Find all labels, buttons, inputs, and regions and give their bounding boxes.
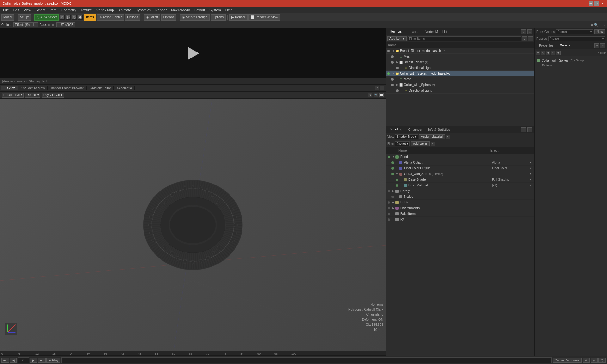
- shader-tree-item[interactable]: ▶ Environments: [386, 205, 534, 211]
- menu-dynamics[interactable]: Dynamics: [134, 8, 153, 13]
- add-layer-button[interactable]: Add Layer: [411, 141, 430, 146]
- minimize-btn[interactable]: —: [589, 1, 593, 6]
- shader-tree-item[interactable]: Bake Items: [386, 211, 534, 217]
- menu-render[interactable]: Render: [153, 8, 169, 13]
- tab-schematic[interactable]: Schematic: [114, 86, 135, 90]
- shader-tree-item[interactable]: ▶ Lights: [386, 200, 534, 205]
- visibility-toggle[interactable]: [391, 55, 395, 58]
- expand-arrow[interactable]: ▼: [392, 72, 395, 75]
- list-item[interactable]: ☀ Directional Light: [386, 88, 534, 94]
- tab-shading[interactable]: Shading: [388, 127, 405, 132]
- visibility-dot[interactable]: [390, 172, 395, 176]
- view-zoom-icon[interactable]: 🔍: [374, 93, 378, 97]
- timeline-icon-3[interactable]: ⬡: [598, 358, 606, 363]
- list-item[interactable]: ▶ ⬜ Collar_with_Spikes (2): [386, 82, 534, 88]
- model-button[interactable]: Model: [1, 14, 14, 21]
- list-item[interactable]: ⬡ Mesh: [386, 76, 534, 82]
- render-window-button[interactable]: ⬜ Render Window: [248, 14, 280, 21]
- shader-tree-item[interactable]: ▼ Collar_with_Spikes (3 Items) ▾: [386, 171, 534, 177]
- visibility-dot[interactable]: [395, 178, 399, 182]
- tab-render-preset[interactable]: Render Preset Browser: [48, 86, 87, 90]
- visibility-toggle[interactable]: [391, 60, 395, 64]
- tab-groups[interactable]: Groups: [557, 43, 573, 48]
- expand-arrow[interactable]: ▼: [395, 173, 399, 175]
- fast-forward-button[interactable]: ⏭: [38, 358, 46, 363]
- menu-item[interactable]: Item: [48, 8, 58, 13]
- menu-edit[interactable]: Edit: [11, 8, 21, 13]
- tab-3d-view[interactable]: 3D View: [1, 86, 18, 90]
- tab-properties[interactable]: Properties: [536, 43, 556, 48]
- menu-geometry[interactable]: Geometry: [59, 8, 78, 13]
- shader-tree-item[interactable]: Alpha Output Alpha ▾: [386, 160, 534, 166]
- tab-add-icon[interactable]: +: [135, 86, 141, 90]
- prev-frame-button[interactable]: ◀: [10, 358, 17, 363]
- cache-deformers-button[interactable]: Cache Deformers: [553, 358, 582, 363]
- window-controls[interactable]: — □ ✕: [589, 1, 604, 6]
- expand-arrow[interactable]: ▶: [396, 61, 399, 64]
- tab-images[interactable]: Images: [406, 29, 422, 34]
- effect-dropdown-icon-2[interactable]: ▾: [530, 167, 534, 170]
- groups-expand-icon[interactable]: ⤢: [600, 43, 605, 48]
- timeline-icon-1[interactable]: ⊕: [583, 358, 590, 363]
- groups-icon-1[interactable]: ⊕: [536, 51, 540, 55]
- menu-select[interactable]: Select: [34, 8, 47, 13]
- visibility-dot[interactable]: [387, 217, 391, 222]
- falloff-button[interactable]: ◈ Falloff: [144, 14, 160, 21]
- action-center-button[interactable]: ⊕ Action Center: [97, 14, 124, 21]
- visibility-dot[interactable]: [387, 155, 391, 159]
- visibility-toggle[interactable]: [396, 66, 400, 70]
- visibility-dot[interactable]: [390, 166, 395, 171]
- options-1-button[interactable]: Options: [125, 14, 140, 21]
- visibility-toggle[interactable]: [387, 72, 391, 76]
- list-item[interactable]: ▼ 📁 Collar_with_Spikes_modo_base.lxo: [386, 71, 534, 76]
- default-dropdown[interactable]: Default ▾: [25, 93, 40, 98]
- menu-file[interactable]: File: [1, 8, 11, 13]
- play-button[interactable]: ▶ Play: [46, 358, 60, 363]
- passes-dropdown[interactable]: (none) ▾: [548, 36, 605, 41]
- expand-arrow[interactable]: ▶: [392, 201, 395, 204]
- tab-uv-texture[interactable]: UV Texture View: [19, 86, 48, 90]
- expand-arrow[interactable]: ▶: [392, 190, 395, 192]
- list-item[interactable]: ⬡ Mesh: [386, 54, 534, 59]
- list-item[interactable]: ☀ Directional Light: [386, 65, 534, 71]
- menu-view[interactable]: View: [22, 8, 33, 13]
- view-settings-icon[interactable]: ⚙: [368, 93, 372, 97]
- shader-tree-item[interactable]: Base Material (all) ▾: [386, 183, 534, 188]
- groups-icon-4[interactable]: □: [551, 51, 555, 55]
- expand-arrow[interactable]: ▶: [396, 83, 399, 87]
- tab-channels[interactable]: Channels: [406, 127, 424, 132]
- shader-tree-item[interactable]: Final Color Output Final Color ▾: [386, 166, 534, 171]
- f-button[interactable]: F: [528, 36, 533, 41]
- add-item-button[interactable]: Add Item ▾: [387, 36, 407, 41]
- effect-dropdown-icon-5[interactable]: ▾: [530, 184, 534, 187]
- menu-texture[interactable]: Texture: [79, 8, 94, 13]
- 3d-viewport[interactable]: No Items Polygons : Catmull-Clark Channe…: [0, 99, 386, 351]
- visibility-dot[interactable]: [387, 189, 391, 193]
- filter-dropdown[interactable]: (none) ▾: [395, 141, 410, 146]
- visibility-dot[interactable]: [387, 206, 391, 210]
- filter-items-input[interactable]: [408, 36, 521, 41]
- sculpt-button[interactable]: Sculpt: [18, 14, 31, 21]
- view-fit-icon[interactable]: ⬜: [379, 93, 384, 97]
- timeline-track[interactable]: [61, 357, 551, 363]
- pass-groups-dropdown[interactable]: (none) ▾: [556, 29, 593, 34]
- visibility-toggle[interactable]: [387, 49, 391, 53]
- shader-tree-dropdown[interactable]: Shader Tree ▾: [395, 134, 418, 139]
- tb-icon-1[interactable]: □: [60, 15, 65, 20]
- groups-list-item[interactable]: Collar_with_Spikes (3) - Group: [536, 58, 606, 63]
- render-button[interactable]: ▶ Render: [229, 14, 248, 21]
- visibility-dot[interactable]: [390, 161, 395, 165]
- expand-arrow[interactable]: ▶: [392, 207, 395, 209]
- layer-s-button[interactable]: S: [431, 142, 435, 146]
- frame-input[interactable]: [18, 357, 29, 363]
- tb-icon-3[interactable]: ⬡: [72, 15, 77, 20]
- tab-vertex-map-list[interactable]: Vertex Map List: [423, 29, 450, 34]
- shader-tree-item[interactable]: FX: [386, 217, 534, 222]
- new-button[interactable]: New: [594, 29, 605, 34]
- tab-info-statistics[interactable]: Info & Statistics: [426, 127, 452, 132]
- ray-gl-dropdown[interactable]: Ray GL: Off ▾: [42, 93, 64, 98]
- s-button[interactable]: S: [522, 36, 527, 41]
- menu-layout[interactable]: Layout: [193, 8, 207, 13]
- shader-tree-item[interactable]: Base Shader Full Shading ▾: [386, 177, 534, 183]
- items-button[interactable]: Items: [84, 14, 96, 21]
